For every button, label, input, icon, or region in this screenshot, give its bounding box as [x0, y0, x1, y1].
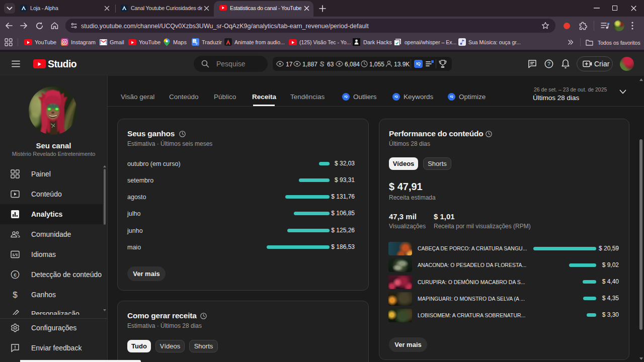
svg-text:$: $ — [13, 290, 18, 300]
svg-text:S: S — [319, 60, 325, 68]
svg-text:?: ? — [547, 61, 550, 67]
svg-text:c: c — [14, 272, 17, 278]
svg-text:文: 文 — [195, 42, 198, 45]
